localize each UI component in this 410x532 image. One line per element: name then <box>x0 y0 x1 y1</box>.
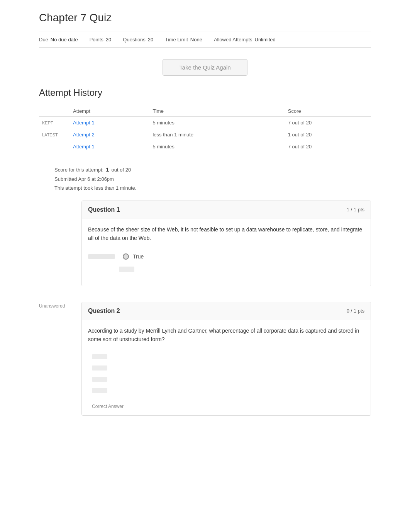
question-side-label-2: Unanswered <box>39 302 81 309</box>
submitted-text: Submitted Apr 6 at 2:06pm <box>54 175 356 184</box>
question-block-1: Question 1 1 / 1 pts Because of the shee… <box>81 201 371 286</box>
meta-allowed-attempts: Allowed Attempts Unlimited <box>214 37 276 42</box>
time-limit-value: None <box>190 37 202 42</box>
answer-row-blurred <box>88 386 364 394</box>
answer-text: True <box>133 253 144 260</box>
answer-options-1: True <box>88 249 364 280</box>
question-pts-2: 0 / 1 pts <box>347 308 364 314</box>
question-outer-row-1: Question 1 1 / 1 pts Because of the shee… <box>39 201 371 294</box>
attempt-history-table: Attempt Time Score KEPT Attempt 1 5 minu… <box>39 106 371 153</box>
question-body-2: According to a study by Merrill Lynch an… <box>82 320 371 416</box>
attempt-score: 7 out of 20 <box>285 141 371 153</box>
due-value: No due date <box>51 37 78 42</box>
due-label: Due <box>39 37 48 42</box>
blurred-answer-option <box>92 365 107 371</box>
col-tag <box>39 106 70 117</box>
questions-container: Question 1 1 / 1 pts Because of the shee… <box>39 201 371 424</box>
attempt-time: less than 1 minute <box>149 129 285 141</box>
question-header-1: Question 1 1 / 1 pts <box>82 201 371 219</box>
score-out-of: out of 20 <box>112 165 131 174</box>
meta-bar: Due No due date Points 20 Questions 20 T… <box>39 32 371 48</box>
answer-row-blurred <box>88 265 364 274</box>
question-block-2: Question 2 0 / 1 pts According to a stud… <box>81 302 371 416</box>
attempt-tag <box>39 141 70 153</box>
page-title: Chapter 7 Quiz <box>39 12 371 24</box>
question-title-2: Question 2 <box>88 308 120 314</box>
question-header-2: Question 2 0 / 1 pts <box>82 302 371 320</box>
attempt-score: 1 out of 20 <box>285 129 371 141</box>
points-value: 20 <box>106 37 111 42</box>
allowed-attempts-value: Unlimited <box>255 37 276 42</box>
attempt-row: KEPT Attempt 1 5 minutes 7 out of 20 <box>39 117 371 129</box>
question-text-2: According to a study by Merrill Lynch an… <box>88 326 364 344</box>
score-summary: Score for this attempt: 1 out of 20 Subm… <box>54 164 356 193</box>
score-line: Score for this attempt: 1 out of 20 <box>54 164 356 175</box>
answer-row-blurred <box>88 375 364 383</box>
question-outer-row-2: Unanswered Question 2 0 / 1 pts Accordin… <box>39 302 371 424</box>
answer-options-2 <box>88 350 364 401</box>
attempt-row: Attempt 1 5 minutes 7 out of 20 <box>39 141 371 153</box>
duration-text: This attempt took less than 1 minute. <box>54 184 356 192</box>
question-wrapper-1: Question 1 1 / 1 pts Because of the shee… <box>81 201 371 294</box>
attempt-link[interactable]: Attempt 2 <box>70 129 149 141</box>
question-pts-1: 1 / 1 pts <box>347 207 364 212</box>
col-time: Time <box>149 106 285 117</box>
attempt-tag: LATEST <box>39 129 70 141</box>
answer-row: True <box>88 252 364 261</box>
meta-due: Due No due date <box>39 37 78 42</box>
attempt-history-title: Attempt History <box>39 87 371 98</box>
col-score: Score <box>285 106 371 117</box>
take-quiz-button[interactable]: Take the Quiz Again <box>163 59 247 76</box>
attempt-link[interactable]: Attempt 1 <box>70 117 149 129</box>
score-for-attempt-label: Score for this attempt: <box>54 165 103 174</box>
points-label: Points <box>90 37 103 42</box>
question-side-label-1 <box>39 201 81 202</box>
attempt-tag: KEPT <box>39 117 70 129</box>
attempt-row: LATEST Attempt 2 less than 1 minute 1 ou… <box>39 129 371 141</box>
page-container: Chapter 7 Quiz Due No due date Points 20… <box>24 0 386 443</box>
blurred-answer-option <box>92 377 107 382</box>
questions-value: 20 <box>148 37 153 42</box>
blurred-answer-option <box>92 388 107 393</box>
attempt-time: 5 minutes <box>149 117 285 129</box>
blurred-answer-option <box>92 354 107 359</box>
answer-radio <box>123 253 129 260</box>
blurred-answer-indicator <box>119 267 134 272</box>
meta-time-limit: Time Limit None <box>165 37 202 42</box>
time-limit-label: Time Limit <box>165 37 188 42</box>
answer-row-blurred <box>88 364 364 372</box>
answer-row-blurred <box>88 353 364 361</box>
question-body-1: Because of the sheer size of the Web, it… <box>82 219 371 286</box>
meta-points: Points 20 <box>90 37 112 42</box>
allowed-attempts-label: Allowed Attempts <box>214 37 252 42</box>
correct-answer-label: Correct Answer <box>92 404 364 409</box>
question-title-1: Question 1 <box>88 206 120 213</box>
attempt-time: 5 minutes <box>149 141 285 153</box>
questions-label: Questions <box>123 37 146 42</box>
attempt-link[interactable]: Attempt 1 <box>70 141 149 153</box>
meta-questions: Questions 20 <box>123 37 153 42</box>
score-number: 1 <box>106 164 109 175</box>
question-wrapper-2: Question 2 0 / 1 pts According to a stud… <box>81 302 371 424</box>
col-attempt: Attempt <box>70 106 149 117</box>
answer-indicator-blurred <box>88 254 115 259</box>
question-text-1: Because of the sheer size of the Web, it… <box>88 225 364 243</box>
attempt-score: 7 out of 20 <box>285 117 371 129</box>
